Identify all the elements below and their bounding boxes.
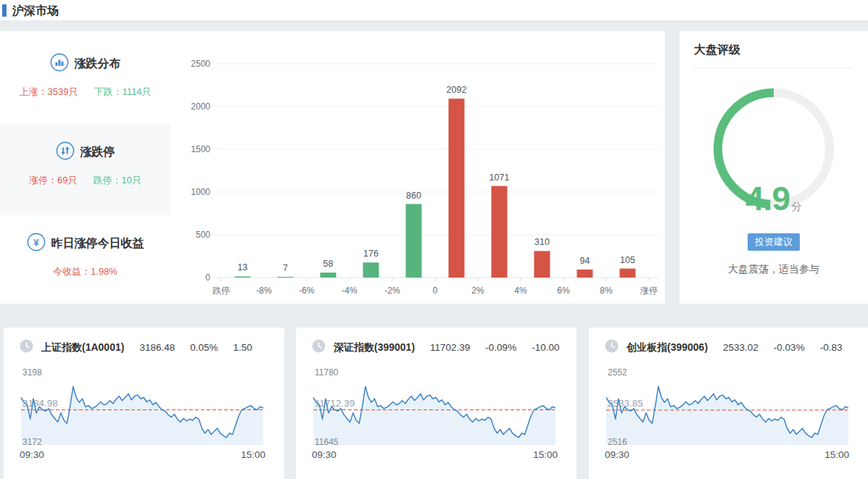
rating-title: 大盘评级 xyxy=(694,43,853,68)
section-limit-up-down[interactable]: 涨跌停 涨停：69只 跌停：10只 xyxy=(0,124,170,215)
svg-text:310: 310 xyxy=(534,237,550,247)
svg-text:2552: 2552 xyxy=(608,367,627,378)
clock-icon xyxy=(605,339,619,356)
svg-text:1000: 1000 xyxy=(191,187,210,197)
time-end: 15:00 xyxy=(533,449,558,460)
time-start: 09:30 xyxy=(20,449,44,460)
index-change-pct: -0.09% xyxy=(485,342,516,353)
svg-text:6%: 6% xyxy=(557,286,570,296)
section-title: 涨跌分布 xyxy=(75,57,121,72)
time-start: 09:30 xyxy=(312,449,336,460)
svg-text:跌停: 跌停 xyxy=(212,286,230,296)
market-rating-panel: 大盘评级 4.9分 投资建议 大盘震荡，适当参与 xyxy=(679,31,868,304)
svg-text:11712.39: 11712.39 xyxy=(315,398,355,409)
svg-text:0: 0 xyxy=(433,286,438,296)
svg-text:0: 0 xyxy=(205,272,210,283)
index-card-shanghai[interactable]: 上证指数(1A0001) 3186.48 0.05% 1.50 31983172… xyxy=(4,328,284,479)
investment-advice-text: 大盘震荡，适当参与 xyxy=(679,263,868,276)
index-card-shenzhen[interactable]: 深证指数(399001) 11702.39 -0.09% -10.00 1178… xyxy=(296,328,576,479)
svg-text:94: 94 xyxy=(580,256,590,266)
title-accent-bar xyxy=(2,4,7,17)
index-name: 上证指数(1A0001) xyxy=(41,341,124,354)
section-yesterday-limit-up-return[interactable]: ¥ 昨日涨停今日收益 今收益：1.98% xyxy=(0,215,170,304)
svg-text:2092: 2092 xyxy=(447,85,467,95)
rating-score: 4.9分 xyxy=(708,179,839,218)
index-intraday-chart: 255225162533.85 xyxy=(589,361,868,462)
summary-sections: 涨跌分布 上涨：3539只 下跌：1114只 涨跌停 xyxy=(0,31,170,304)
index-change-pct: -0.03% xyxy=(774,342,805,353)
index-card-chinext[interactable]: 创业板指(399006) 2533.02 -0.03% -0.83 255225… xyxy=(589,328,868,479)
index-change-pct: 0.05% xyxy=(190,342,218,353)
clock-icon xyxy=(312,339,326,356)
svg-text:2500: 2500 xyxy=(191,59,210,69)
index-card-header: 深证指数(399001) 11702.39 -0.09% -10.00 xyxy=(296,328,576,356)
distribution-bar-chart: 05001000150020002500跌停-8%-6%-4%-2%02%4%6… xyxy=(174,33,665,304)
clock-icon xyxy=(20,339,33,356)
svg-text:11780: 11780 xyxy=(315,367,339,378)
limit-down-count: 跌停：10只 xyxy=(94,174,141,187)
svg-text:8%: 8% xyxy=(600,286,613,296)
fall-count: 下跌：1114只 xyxy=(94,86,151,99)
svg-text:-6%: -6% xyxy=(299,286,315,296)
time-end: 15:00 xyxy=(241,449,265,460)
rating-score-value: 4.9 xyxy=(745,180,790,217)
yen-glyph: ¥ xyxy=(33,237,39,248)
page-title: 沪深市场 xyxy=(12,4,59,19)
svg-text:-2%: -2% xyxy=(384,286,400,296)
svg-text:105: 105 xyxy=(620,255,635,265)
bar-chart-icon xyxy=(50,53,69,75)
top-title-bar: 沪深市场 xyxy=(0,0,868,20)
rating-score-unit: 分 xyxy=(791,200,802,212)
svg-text:涨停: 涨停 xyxy=(640,286,658,296)
svg-text:2000: 2000 xyxy=(191,101,210,112)
section-rise-fall-distribution[interactable]: 涨跌分布 上涨：3539只 下跌：1114只 xyxy=(0,31,170,124)
index-change: -0.83 xyxy=(820,342,843,353)
index-card-header: 创业板指(399006) 2533.02 -0.03% -0.83 xyxy=(589,328,868,356)
index-price: 2533.02 xyxy=(723,342,759,353)
market-overview-panel: 涨跌分布 上涨：3539只 下跌：1114只 涨跌停 xyxy=(0,31,665,304)
svg-text:1071: 1071 xyxy=(489,172,510,183)
index-intraday-chart: 319831723184.98 xyxy=(4,361,284,462)
svg-text:2516: 2516 xyxy=(608,437,627,447)
svg-text:176: 176 xyxy=(363,249,379,259)
svg-text:7: 7 xyxy=(283,263,288,273)
section-title: 昨日涨停今日收益 xyxy=(51,236,144,251)
today-return: 今收益：1.98% xyxy=(53,265,117,278)
rise-count: 上涨：3539只 xyxy=(20,86,78,99)
index-name: 深证指数(399001) xyxy=(334,341,415,354)
yen-icon: ¥ xyxy=(27,233,46,254)
svg-text:-4%: -4% xyxy=(342,286,357,296)
svg-text:13: 13 xyxy=(238,262,248,272)
limit-up-count: 涨停：69只 xyxy=(29,174,77,187)
rating-gauge: 4.9分 xyxy=(708,83,839,214)
svg-text:58: 58 xyxy=(323,259,334,269)
time-end: 15:00 xyxy=(824,449,849,460)
svg-text:3172: 3172 xyxy=(22,437,42,447)
index-change: -10.00 xyxy=(532,342,559,353)
svg-text:11645: 11645 xyxy=(315,437,339,447)
section-title: 涨跌停 xyxy=(80,145,115,160)
svg-text:1500: 1500 xyxy=(191,144,210,154)
svg-text:500: 500 xyxy=(196,230,210,240)
up-down-arrows-icon xyxy=(56,141,75,163)
svg-text:3198: 3198 xyxy=(22,367,42,378)
time-start: 09:30 xyxy=(605,449,629,460)
index-change: 1.50 xyxy=(233,342,252,353)
investment-advice-button[interactable]: 投资建议 xyxy=(748,233,800,251)
time-axis: 09:30 15:00 xyxy=(605,449,849,460)
index-price: 3186.48 xyxy=(139,342,175,353)
time-axis: 09:30 15:00 xyxy=(312,449,558,460)
svg-text:2%: 2% xyxy=(471,286,484,296)
svg-text:4%: 4% xyxy=(514,286,527,296)
index-intraday-chart: 117801164511712.39 xyxy=(296,361,576,462)
index-card-header: 上证指数(1A0001) 3186.48 0.05% 1.50 xyxy=(4,328,284,356)
time-axis: 09:30 15:00 xyxy=(20,449,265,460)
svg-text:-8%: -8% xyxy=(256,286,272,296)
index-name: 创业板指(399006) xyxy=(627,341,708,354)
svg-text:860: 860 xyxy=(406,191,421,201)
index-price: 11702.39 xyxy=(430,342,470,353)
